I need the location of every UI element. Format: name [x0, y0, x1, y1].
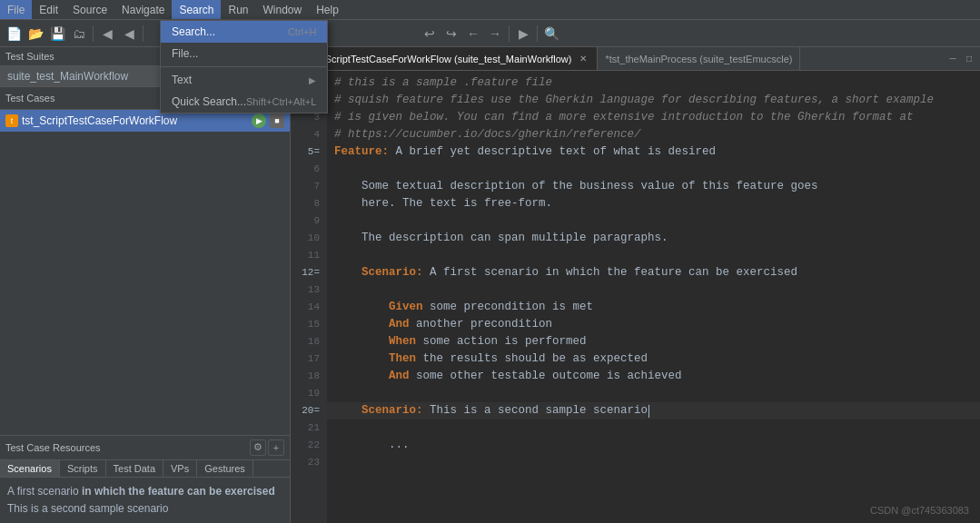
- code-line-3: # is given below. You can find a more ex…: [327, 109, 980, 126]
- watermark: CSDN @ct745363083: [870, 505, 969, 516]
- left-panel: Test Suites suite_test_MainWorkflow Test…: [0, 47, 291, 523]
- ln-12: 12=: [294, 264, 320, 281]
- scenario-item-1[interactable]: A first scenario in which the feature ca…: [7, 483, 282, 500]
- resources-title: Test Case Resources: [5, 442, 101, 453]
- menu-file[interactable]: File: [0, 0, 32, 19]
- code-line-5: Feature: A brief yet descriptive text of…: [327, 143, 980, 161]
- code-line-13: [327, 281, 980, 299]
- menu-navigate[interactable]: Navigate: [114, 0, 172, 19]
- resources-content: A first scenario in which the feature ca…: [0, 478, 290, 523]
- code-line-16: When some action is performed: [327, 333, 980, 350]
- run-test-button[interactable]: ▶: [252, 113, 266, 128]
- ln-6: 6: [294, 161, 320, 178]
- ln-5: 5=: [294, 143, 320, 161]
- ln-13: 13: [294, 281, 320, 299]
- toolbar-run[interactable]: ▶: [513, 24, 533, 44]
- tab-label-2: *tst_theMainProcess (suite_testEmucscle): [605, 54, 792, 64]
- tab-test-data[interactable]: Test Data: [106, 460, 163, 477]
- toolbar-save-all[interactable]: 🗂: [69, 24, 89, 44]
- tab-close-1[interactable]: ✕: [577, 53, 589, 65]
- code-line-22: ...: [327, 437, 980, 454]
- code-line-1: # this is a sample .feature file: [327, 74, 980, 92]
- test-case-icon: t: [5, 114, 18, 127]
- editor-tab-1[interactable]: ● tst_ScriptTestCaseForWorkFlow (suite_t…: [291, 47, 598, 70]
- toolbar-save[interactable]: 💾: [47, 24, 67, 44]
- toolbar-open[interactable]: 📂: [25, 24, 45, 44]
- toolbar-forward[interactable]: →: [485, 24, 505, 44]
- test-case-name: tst_ScriptTestCaseForWorkFlow: [22, 114, 177, 127]
- resources-btn-2[interactable]: +: [268, 439, 284, 456]
- code-line-8: here. The text is free-form.: [327, 195, 980, 212]
- code-line-4: # https://cucumber.io/docs/gherkin/refer…: [327, 126, 980, 143]
- scenario-item-2[interactable]: This is a second sample scenario: [7, 500, 282, 518]
- tab-controls: ─ □: [942, 47, 980, 70]
- tab-gestures[interactable]: Gestures: [197, 460, 253, 477]
- code-line-2: # squish feature files use the Gherkin l…: [327, 92, 980, 109]
- resources-tabs: Scenarios Scripts Test Data VPs Gestures: [0, 460, 290, 478]
- toolbar-btn-5[interactable]: ◀: [97, 24, 117, 44]
- toolbar-sep-4: [537, 25, 538, 42]
- code-line-10: The description can span multiple paragr…: [327, 230, 980, 247]
- toolbar-back[interactable]: ←: [463, 24, 483, 44]
- ln-9: 9: [294, 212, 320, 230]
- ln-8: 8: [294, 195, 320, 212]
- ln-11: 11: [294, 247, 320, 264]
- toolbar-btn-6[interactable]: ◀: [119, 24, 139, 44]
- ln-22: 22: [294, 437, 320, 454]
- tab-label-1: tst_ScriptTestCaseForWorkFlow (suite_tes…: [309, 54, 571, 64]
- ln-4: 4: [294, 126, 320, 143]
- toolbar: 📄 📂 💾 🗂 ◀ ◀ ↩ ↪ ← → ▶ 🔍: [0, 20, 980, 47]
- tab-minimize[interactable]: ─: [945, 52, 960, 66]
- ln-20: 20=: [294, 402, 320, 419]
- code-line-20: Scenario: This is a second sample scenar…: [327, 402, 980, 419]
- stop-test-button[interactable]: ■: [270, 113, 284, 128]
- search-menu-item-quick[interactable]: Quick Search... Shift+Ctrl+Alt+L: [161, 91, 327, 113]
- tab-scripts[interactable]: Scripts: [60, 460, 106, 477]
- toolbar-search-global[interactable]: 🔍: [541, 24, 561, 44]
- ln-17: 17: [294, 350, 320, 368]
- menu-source[interactable]: Source: [65, 0, 114, 19]
- editor-area: ● tst_ScriptTestCaseForWorkFlow (suite_t…: [291, 47, 980, 523]
- code-editor[interactable]: 1 2 3 4 5= 6 7 8 9 10 11 12= 13 14 15 16…: [291, 71, 980, 523]
- code-line-9: [327, 212, 980, 230]
- code-line-7: Some textual description of the business…: [327, 178, 980, 195]
- toolbar-sep-3: [509, 25, 510, 42]
- ln-10: 10: [294, 230, 320, 247]
- search-menu-item-text[interactable]: Text ▶: [161, 69, 327, 91]
- tab-maximize[interactable]: □: [962, 52, 976, 66]
- menu-search[interactable]: Search: [172, 0, 221, 19]
- ln-19: 19: [294, 385, 320, 402]
- code-content[interactable]: # this is a sample .feature file # squis…: [327, 71, 980, 523]
- tab-vps[interactable]: VPs: [163, 460, 197, 477]
- resources-section: Test Case Resources ⚙ + Scenarios Script…: [0, 435, 290, 523]
- main-layout: Test Suites suite_test_MainWorkflow Test…: [0, 47, 980, 523]
- search-menu-item-file[interactable]: File...: [161, 43, 327, 64]
- toolbar-new[interactable]: 📄: [4, 24, 24, 44]
- ln-21: 21: [294, 419, 320, 437]
- code-line-17: Then the results should be as expected: [327, 350, 980, 368]
- code-line-6: [327, 161, 980, 178]
- code-line-11: [327, 247, 980, 264]
- editor-tabs: ● tst_ScriptTestCaseForWorkFlow (suite_t…: [291, 47, 980, 71]
- toolbar-undo[interactable]: ↩: [420, 24, 440, 44]
- ln-7: 7: [294, 178, 320, 195]
- ln-15: 15: [294, 316, 320, 333]
- code-line-12: Scenario: A first scenario in which the …: [327, 264, 980, 281]
- tab-scenarios[interactable]: Scenarios: [0, 460, 60, 477]
- toolbar-redo[interactable]: ↪: [441, 24, 461, 44]
- ln-18: 18: [294, 368, 320, 385]
- resources-btn-1[interactable]: ⚙: [250, 439, 266, 456]
- menu-run[interactable]: Run: [221, 0, 255, 19]
- code-line-14: Given some precondition is met: [327, 299, 980, 316]
- code-line-19: [327, 385, 980, 402]
- editor-tab-2[interactable]: *tst_theMainProcess (suite_testEmucscle): [598, 47, 800, 70]
- toolbar-sep-2: [143, 25, 144, 42]
- menu-window[interactable]: Window: [255, 0, 309, 19]
- resources-header: Test Case Resources ⚙ +: [0, 436, 290, 460]
- code-line-21: [327, 419, 980, 437]
- menu-edit[interactable]: Edit: [32, 0, 65, 19]
- ln-14: 14: [294, 299, 320, 316]
- menu-help[interactable]: Help: [309, 0, 346, 19]
- search-menu-item-search[interactable]: Search... Ctrl+H: [161, 21, 327, 43]
- test-suites-label: Test Suites: [5, 51, 54, 62]
